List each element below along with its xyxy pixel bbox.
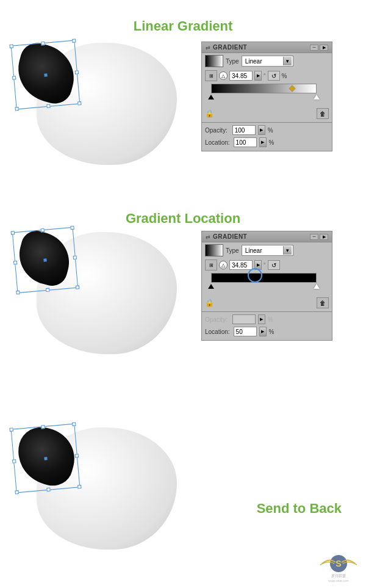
reverse-btn-1[interactable]: ↺ [268,71,280,81]
handle-ml-3[interactable] [12,459,16,463]
lock-icon-2[interactable]: 🔒 [205,298,214,308]
panel-title-1: GRADIENT [213,44,247,51]
location-step-1[interactable]: ▶ [259,137,267,147]
gradient-diamond-1[interactable] [289,85,296,92]
panel-controls-1: ─ ▶ [310,45,328,51]
selection-box-2 [12,227,78,293]
angle-icon-1: △ [219,71,228,80]
location-value-2[interactable]: 50 [234,327,257,336]
handle-mr-2[interactable] [73,255,77,260]
handle-mr-3[interactable] [75,454,79,458]
opacity-value-1[interactable]: 100 [232,125,256,135]
panel-expand-btn-1[interactable]: ▶ [320,45,328,51]
type-value-1: Linear [243,58,262,65]
handle-bl-2[interactable] [16,291,20,295]
step-btn-1[interactable]: ▶ [254,71,262,81]
stop-white-2[interactable] [314,284,320,289]
color-swatch-1[interactable] [205,55,223,67]
lock-icon-1[interactable]: 🔒 [205,109,214,118]
handle-tm-1[interactable] [41,42,45,46]
handle-tl-3[interactable] [9,427,13,432]
handle-mr-1[interactable] [75,70,79,74]
svg-text:岁月联盟: 岁月联盟 [331,574,346,578]
lock-row-2: 🔒 🗑 [202,297,332,310]
opacity-step-1[interactable]: ▶ [258,125,265,135]
location-row-2: Location: 50 ▶ % [202,325,332,338]
linear-gradient-title: Linear Gradient [0,18,366,34]
location-value-1[interactable]: 100 [234,137,257,147]
trash-btn-1[interactable]: 🗑 [317,108,329,119]
location-step-2[interactable]: ▶ [259,327,267,336]
panel-minimize-btn-2[interactable]: ─ [310,234,318,240]
step-btn-2[interactable]: ▶ [254,260,262,270]
gradient-slider-1 [202,82,332,108]
panel-title-2: GRADIENT [213,233,247,240]
handle-bl-1[interactable] [15,107,19,111]
panel-controls-2: ─ ▶ [310,234,328,240]
panel-icons-2: ⊞ [205,260,217,270]
opacity-step-2: ▶ [258,314,265,324]
handle-br-1[interactable] [77,101,82,106]
handle-tm-2[interactable] [40,228,45,233]
type-dropdown-1[interactable]: Linear ▼ [242,56,293,67]
handle-tr-2[interactable] [70,226,74,230]
type-value-2: Linear [243,247,262,254]
handle-br-2[interactable] [76,285,80,289]
icon-btn-grid-1[interactable]: ⊞ [205,70,217,81]
opacity-value-2 [232,314,256,324]
selection-box-1 [11,40,81,110]
panel-bottom-2 [202,338,332,340]
divider-2 [202,311,332,312]
location-pct-1: % [269,139,274,146]
gradient-slider-2 [202,272,332,297]
handle-tl-2[interactable] [11,231,15,235]
color-swatch-2[interactable] [205,244,223,256]
handle-bm-2[interactable] [46,288,50,292]
dropdown-arrow-1[interactable]: ▼ [283,57,292,65]
angle-value-1[interactable]: 34.85 [229,71,253,81]
handle-tl-1[interactable] [9,44,13,48]
selection-box-3 [11,424,81,493]
handle-bl-3[interactable] [15,490,19,495]
center-dot-3 [44,457,47,460]
panel-expand-btn-2[interactable]: ▶ [320,234,328,240]
handle-tm-3[interactable] [41,425,45,429]
opacity-row-1: Opacity: 100 ▶ % [202,124,332,136]
gradient-panel-1: ⇄ GRADIENT ─ ▶ Type Linear ▼ ⊞ △ 34.85 ▶ [201,42,332,151]
handle-br-3[interactable] [77,485,82,489]
type-label-1: Type [226,58,239,65]
handle-bm-3[interactable] [46,488,51,492]
handle-tr-3[interactable] [72,422,76,426]
angle-row-2: ⊞ △ 34.85 ▶ ° ↺ [202,258,332,272]
stop-black-2[interactable] [208,284,214,289]
handle-ml-1[interactable] [12,76,16,80]
dropdown-arrow-2[interactable]: ▼ [283,246,292,255]
opacity-pct-1: % [268,127,273,134]
gradient-bar-1[interactable] [211,84,317,93]
stop-white-1[interactable] [314,95,320,100]
icon-btn-grid-2[interactable]: ⊞ [205,260,217,270]
location-label-1: Location: [205,139,230,146]
opacity-label-2: Opacity: [205,316,228,323]
stop-black-1[interactable] [208,95,214,100]
opacity-pct-2: % [268,316,273,323]
type-dropdown-2[interactable]: Linear ▼ [242,245,293,256]
svg-text:S: S [336,559,341,568]
handle-tr-1[interactable] [72,38,76,43]
reverse-btn-2[interactable]: ↺ [268,260,280,270]
angle-icon-2: △ [219,261,228,269]
opacity-row-2: Opacity: ▶ % [202,313,332,325]
type-row-2: Type Linear ▼ [202,242,332,258]
handle-ml-2[interactable] [13,261,18,265]
send-to-back-title: Send to Back [257,501,342,517]
gradient-bar-2[interactable] [211,273,317,283]
trash-btn-2[interactable]: 🗑 [317,297,329,308]
panel-icons-1: ⊞ [205,70,217,81]
location-row-1: Location: 100 ▶ % [202,136,332,148]
pct-1: % [282,73,287,79]
handle-bm-1[interactable] [46,104,51,109]
panel-minimize-btn-1[interactable]: ─ [310,45,318,51]
opacity-label-1: Opacity: [205,127,228,134]
divider-1 [202,122,332,123]
angle-value-2[interactable]: 34.85 [229,260,253,270]
